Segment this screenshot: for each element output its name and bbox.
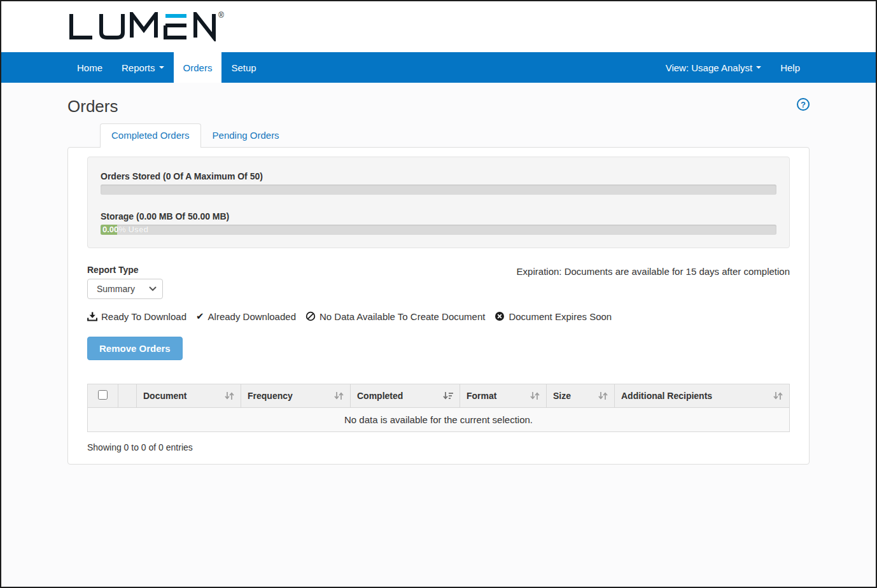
nav-item-help[interactable]: Help (771, 52, 810, 83)
legend-label: Ready To Download (101, 311, 186, 322)
column-header-format[interactable]: Format (460, 384, 547, 408)
orders-stored-progressbar (101, 185, 776, 195)
sort-desc-icon (443, 391, 453, 400)
top-header-band: ® (1, 1, 876, 52)
legend-ready-to-download: Ready To Download (87, 311, 186, 322)
legend-already-downloaded: ✔ Already Downloaded (196, 311, 296, 322)
completed-orders-table: Document Frequency Completed Format (87, 384, 790, 432)
report-type-selected-value: Summary (97, 284, 135, 294)
nav-item-home[interactable]: Home (67, 52, 112, 83)
nav-orders-label: Orders (183, 62, 213, 73)
expiration-note: Expiration: Documents are available for … (517, 265, 790, 277)
content-area: Orders ? Completed Orders Pending Orders… (1, 83, 876, 587)
column-label: Format (467, 391, 496, 401)
sort-icon (598, 391, 608, 400)
ban-icon (305, 311, 316, 321)
legend-label: Document Expires Soon (509, 311, 612, 322)
tab-completed-orders[interactable]: Completed Orders (100, 123, 201, 148)
times-circle-icon (495, 311, 505, 321)
help-icon[interactable]: ? (797, 98, 810, 111)
lumen-logo[interactable]: ® (67, 12, 224, 41)
storage-usage-well: Orders Stored (0 Of A Maximum Of 50) Sto… (87, 157, 790, 248)
storage-used-suffix: % Used (118, 225, 148, 234)
table-footer-summary: Showing 0 to 0 of 0 entries (87, 442, 790, 452)
status-icon-legend: Ready To Download ✔ Already Downloaded N… (87, 311, 790, 322)
storage-progressbar: 0.00% Used (101, 225, 776, 235)
check-icon: ✔ (196, 311, 204, 322)
column-header-frequency[interactable]: Frequency (241, 384, 351, 408)
nav-left-group: Home Reports Orders Setup (67, 52, 266, 83)
sort-icon (530, 391, 540, 400)
storage-used-value: 0.00 (102, 225, 118, 234)
view-selector-label: View: Usage Analyst (666, 62, 752, 73)
legend-label: No Data Available To Create Document (319, 311, 485, 322)
report-type-field: Report Type Summary (87, 265, 163, 299)
table-empty-message: No data is available for the current sel… (88, 408, 790, 432)
app-window: ® Home Reports Orders Setup View: Usage … (0, 0, 877, 588)
table-header-row: Document Frequency Completed Format (88, 384, 790, 408)
tab-pending-orders[interactable]: Pending Orders (201, 123, 291, 147)
legend-label: Already Downloaded (208, 311, 296, 322)
nav-reports-label: Reports (122, 62, 155, 73)
nav-item-setup[interactable]: Setup (221, 52, 265, 83)
page-header: Orders ? (67, 94, 810, 118)
nav-setup-label: Setup (231, 62, 256, 73)
main-nav: Home Reports Orders Setup View: Usage An… (1, 52, 876, 83)
report-type-select[interactable]: Summary (87, 279, 163, 299)
column-label: Additional Recipients (621, 391, 712, 401)
table-empty-row: No data is available for the current sel… (88, 408, 790, 432)
lumen-logo-icon (67, 12, 217, 41)
sort-icon (334, 391, 344, 400)
sort-icon (225, 391, 234, 400)
nav-item-reports[interactable]: Reports (112, 52, 174, 83)
nav-right-group: View: Usage Analyst Help (656, 52, 810, 83)
column-label: Completed (357, 391, 403, 401)
column-header-size[interactable]: Size (547, 384, 615, 408)
nav-item-orders[interactable]: Orders (174, 52, 222, 83)
page-title: Orders (67, 97, 118, 116)
column-header-completed[interactable]: Completed (351, 384, 460, 408)
chevron-down-icon (149, 286, 157, 291)
download-icon (87, 312, 97, 321)
storage-label: Storage (0.00 MB Of 50.00 MB) (101, 211, 776, 221)
remove-orders-button[interactable]: Remove Orders (87, 337, 183, 360)
storage-progress-text: 0.00% Used (102, 225, 148, 235)
column-header-additional-recipients[interactable]: Additional Recipients (615, 384, 790, 408)
legend-no-data-available: No Data Available To Create Document (305, 311, 485, 322)
orders-tabs: Completed Orders Pending Orders (100, 123, 810, 147)
nav-home-label: Home (77, 62, 102, 73)
report-type-row: Report Type Summary Expiration: Document… (87, 265, 790, 299)
nav-help-label: Help (780, 62, 800, 73)
column-label: Size (553, 391, 571, 401)
select-all-header-cell (88, 384, 118, 408)
help-icon-glyph: ? (801, 100, 806, 109)
select-all-checkbox[interactable] (98, 390, 108, 400)
chevron-down-icon (756, 66, 761, 69)
chevron-down-icon (159, 66, 164, 69)
orders-stored-label: Orders Stored (0 Of A Maximum Of 50) (101, 171, 776, 181)
nav-item-view-selector[interactable]: View: Usage Analyst (656, 52, 771, 83)
sort-icon (773, 391, 783, 400)
legend-document-expires-soon: Document Expires Soon (495, 311, 612, 322)
logo-trademark: ® (218, 11, 224, 20)
report-type-label: Report Type (87, 265, 163, 275)
status-icon-header-cell (118, 384, 137, 408)
column-label: Frequency (248, 391, 293, 401)
column-label: Document (143, 391, 186, 401)
completed-orders-panel: Orders Stored (0 Of A Maximum Of 50) Sto… (67, 147, 810, 465)
column-header-document[interactable]: Document (137, 384, 241, 408)
